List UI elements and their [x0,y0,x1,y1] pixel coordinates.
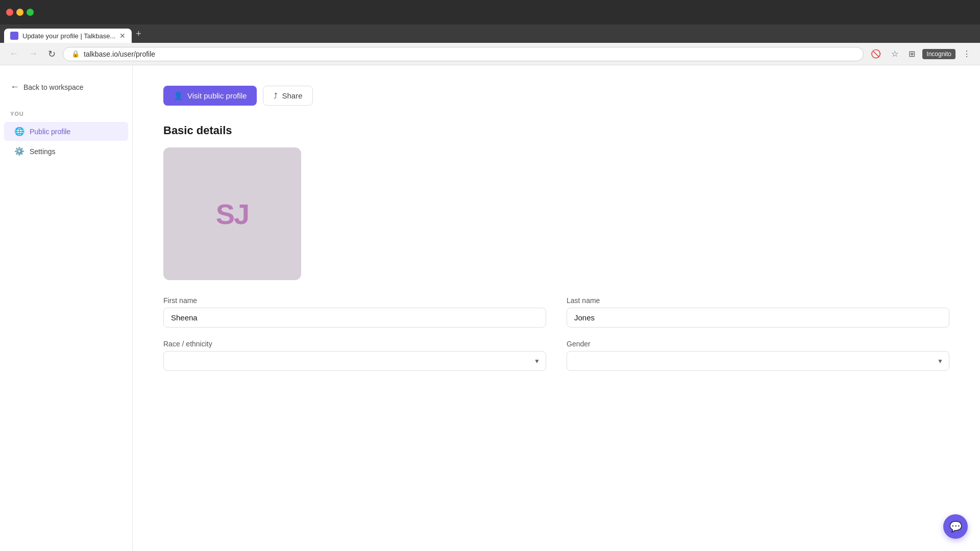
browser-chrome [0,0,980,24]
sidebar-item-settings[interactable]: ⚙️ Settings [4,142,128,161]
main-content: 👤 Visit public profile ⤴ Share Basic det… [133,65,980,551]
url-display: talkbase.io/user/profile [84,50,155,58]
maximize-window-btn[interactable] [27,9,34,16]
sidebarswitch-icon[interactable]: ⊞ [905,47,918,61]
gender-select[interactable] [567,351,949,371]
sidebar-item-label-settings: Settings [30,147,56,156]
person-icon: 👤 [174,91,183,101]
minimize-window-btn[interactable] [16,9,23,16]
browser-actions: 🚫 ☆ ⊞ Incognito ⋮ [868,47,974,61]
demographics-form-row: Race / ethnicity ▼ Gender ▼ [163,340,949,371]
gear-icon: ⚙️ [14,146,24,156]
address-bar[interactable]: 🔒 talkbase.io/user/profile [63,47,864,61]
traffic-lights [6,9,34,16]
race-ethnicity-select[interactable] [163,351,546,371]
globe-icon: 🌐 [14,127,24,136]
tab-close-btn[interactable]: ✕ [119,32,126,40]
visit-profile-label: Visit public profile [187,91,247,100]
forward-nav-btn[interactable]: → [26,46,41,61]
first-name-field: First name [163,296,546,328]
incognito-badge: Incognito [922,49,955,59]
reload-btn[interactable]: ↻ [45,46,59,62]
section-title: Basic details [163,124,949,137]
back-arrow-icon: ← [10,82,19,92]
action-buttons: 👤 Visit public profile ⤴ Share [163,86,949,106]
menu-icon[interactable]: ⋮ [960,47,974,61]
last-name-field: Last name [567,296,949,328]
back-to-workspace-link[interactable]: ← Back to workspace [0,73,132,101]
share-label: Share [282,91,302,100]
race-ethnicity-label: Race / ethnicity [163,340,546,348]
race-ethnicity-field: Race / ethnicity ▼ [163,340,546,371]
sidebar-section-label: YOU [0,101,132,121]
visit-public-profile-button[interactable]: 👤 Visit public profile [163,86,257,106]
tab-favicon [10,32,18,40]
sidebar-item-public-profile[interactable]: 🌐 Public profile [4,122,128,141]
active-tab[interactable]: Update your profile | Talkbase... ✕ [4,29,132,43]
share-button[interactable]: ⤴ Share [263,86,313,106]
sidebar: ← Back to workspace YOU 🌐 Public profile… [0,65,133,551]
app-container: ← Back to workspace YOU 🌐 Public profile… [0,65,980,551]
avatar-initials: SJ [216,197,249,231]
gender-label: Gender [567,340,949,348]
first-name-input[interactable] [163,308,546,328]
eyeoff-icon[interactable]: 🚫 [868,47,884,61]
close-window-btn[interactable] [6,9,13,16]
gender-field: Gender ▼ [567,340,949,371]
race-ethnicity-select-wrapper: ▼ [163,351,546,371]
gender-select-wrapper: ▼ [567,351,949,371]
chat-icon: 💬 [949,520,962,533]
tab-bar: Update your profile | Talkbase... ✕ + [0,24,980,43]
avatar-upload-area[interactable]: SJ [163,147,301,280]
last-name-input[interactable] [567,308,949,328]
chat-widget-button[interactable]: 💬 [943,514,968,539]
share-icon: ⤴ [274,91,278,100]
last-name-label: Last name [567,296,949,305]
tab-title: Update your profile | Talkbase... [22,32,115,40]
back-label: Back to workspace [23,83,84,91]
sidebar-item-label-public-profile: Public profile [30,128,70,136]
new-tab-button[interactable]: + [132,27,145,41]
bookmark-icon[interactable]: ☆ [888,47,901,61]
browser-toolbar: ← → ↻ 🔒 talkbase.io/user/profile 🚫 ☆ ⊞ I… [0,43,980,65]
first-name-label: First name [163,296,546,305]
lock-icon: 🔒 [71,50,80,58]
name-form-row: First name Last name [163,296,949,328]
back-nav-btn[interactable]: ← [6,46,21,61]
